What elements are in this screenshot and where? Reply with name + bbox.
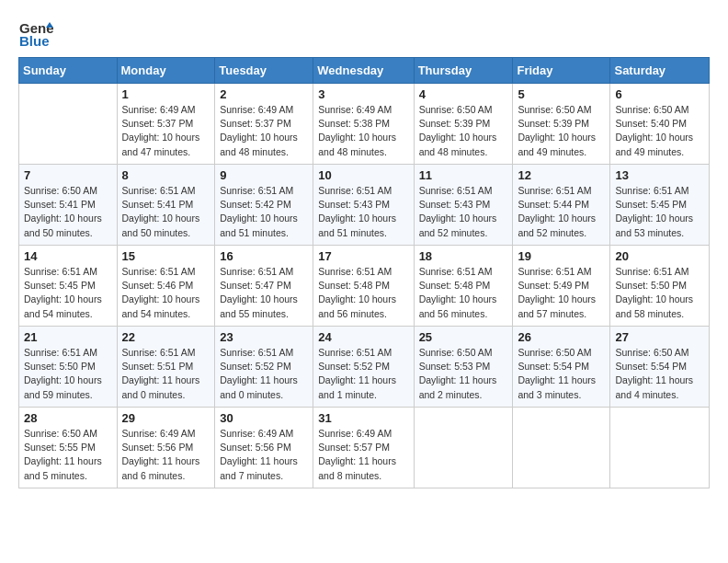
sunset-text: Sunset: 5:41 PM — [122, 199, 194, 210]
day-info: Sunrise: 6:51 AMSunset: 5:44 PMDaylight:… — [518, 184, 605, 240]
sunrise-text: Sunrise: 6:51 AM — [24, 266, 97, 277]
day-info: Sunrise: 6:50 AMSunset: 5:54 PMDaylight:… — [518, 346, 605, 402]
day-info: Sunrise: 6:51 AMSunset: 5:42 PMDaylight:… — [220, 184, 308, 240]
sunset-text: Sunset: 5:43 PM — [419, 199, 491, 210]
day-info: Sunrise: 6:49 AMSunset: 5:56 PMDaylight:… — [220, 427, 308, 483]
sunset-text: Sunset: 5:37 PM — [122, 118, 194, 129]
calendar-cell: 25Sunrise: 6:50 AMSunset: 5:53 PMDayligh… — [414, 327, 513, 408]
daylight-text: Daylight: 10 hours and 51 minutes. — [318, 213, 396, 237]
daylight-text: Daylight: 10 hours and 59 minutes. — [24, 374, 102, 399]
sunset-text: Sunset: 5:44 PM — [518, 199, 589, 210]
calendar-cell: 28Sunrise: 6:50 AMSunset: 5:55 PMDayligh… — [19, 408, 118, 488]
daylight-text: Daylight: 11 hours and 8 minutes. — [318, 455, 396, 480]
day-info: Sunrise: 6:49 AMSunset: 5:57 PMDaylight:… — [318, 427, 408, 483]
sunset-text: Sunset: 5:54 PM — [615, 361, 687, 372]
day-info: Sunrise: 6:50 AMSunset: 5:54 PMDaylight:… — [615, 346, 704, 402]
daylight-text: Daylight: 10 hours and 56 minutes. — [318, 293, 396, 318]
sunrise-text: Sunrise: 6:50 AM — [615, 347, 688, 358]
day-info: Sunrise: 6:51 AMSunset: 5:41 PMDaylight:… — [122, 184, 210, 240]
calendar-cell: 15Sunrise: 6:51 AMSunset: 5:46 PMDayligh… — [117, 246, 215, 327]
sunrise-text: Sunrise: 6:51 AM — [24, 347, 97, 358]
calendar-body: 1Sunrise: 6:49 AMSunset: 5:37 PMDaylight… — [19, 84, 710, 488]
day-number: 5 — [518, 87, 605, 101]
sunset-text: Sunset: 5:56 PM — [220, 442, 291, 453]
sunrise-text: Sunrise: 6:51 AM — [122, 266, 196, 277]
day-number: 24 — [318, 330, 408, 344]
calendar-cell: 9Sunrise: 6:51 AMSunset: 5:42 PMDaylight… — [215, 165, 313, 246]
day-info: Sunrise: 6:49 AMSunset: 5:37 PMDaylight:… — [122, 103, 210, 159]
day-info: Sunrise: 6:49 AMSunset: 5:56 PMDaylight:… — [122, 427, 210, 483]
day-info: Sunrise: 6:51 AMSunset: 5:45 PMDaylight:… — [24, 265, 112, 321]
daylight-text: Daylight: 10 hours and 48 minutes. — [318, 132, 396, 156]
logo-icon: General Blue — [18, 15, 53, 50]
day-info: Sunrise: 6:50 AMSunset: 5:41 PMDaylight:… — [24, 184, 112, 240]
day-number: 17 — [318, 249, 408, 263]
calendar-cell: 26Sunrise: 6:50 AMSunset: 5:54 PMDayligh… — [513, 327, 610, 408]
sunset-text: Sunset: 5:42 PM — [220, 199, 291, 210]
sunset-text: Sunset: 5:50 PM — [615, 280, 687, 291]
weekday-header-row: SundayMondayTuesdayWednesdayThursdayFrid… — [19, 58, 710, 84]
sunrise-text: Sunrise: 6:51 AM — [318, 347, 392, 358]
sunrise-text: Sunrise: 6:51 AM — [419, 266, 493, 277]
day-info: Sunrise: 6:50 AMSunset: 5:53 PMDaylight:… — [419, 346, 508, 402]
day-number: 25 — [419, 330, 508, 344]
sunrise-text: Sunrise: 6:50 AM — [518, 104, 591, 115]
daylight-text: Daylight: 10 hours and 50 minutes. — [122, 213, 200, 237]
calendar-cell: 12Sunrise: 6:51 AMSunset: 5:44 PMDayligh… — [513, 165, 610, 246]
day-info: Sunrise: 6:50 AMSunset: 5:39 PMDaylight:… — [419, 103, 508, 159]
daylight-text: Daylight: 10 hours and 50 minutes. — [24, 213, 102, 237]
day-info: Sunrise: 6:51 AMSunset: 5:52 PMDaylight:… — [220, 346, 308, 402]
daylight-text: Daylight: 11 hours and 6 minutes. — [122, 455, 200, 480]
day-number: 28 — [24, 411, 112, 425]
daylight-text: Daylight: 10 hours and 57 minutes. — [518, 293, 596, 318]
calendar-cell — [610, 408, 710, 488]
sunrise-text: Sunrise: 6:49 AM — [220, 104, 293, 115]
calendar-cell: 27Sunrise: 6:50 AMSunset: 5:54 PMDayligh… — [610, 327, 710, 408]
daylight-text: Daylight: 10 hours and 47 minutes. — [122, 132, 200, 156]
daylight-text: Daylight: 10 hours and 52 minutes. — [518, 213, 596, 237]
sunset-text: Sunset: 5:52 PM — [220, 361, 291, 372]
day-number: 18 — [419, 249, 508, 263]
sunset-text: Sunset: 5:38 PM — [318, 118, 390, 129]
daylight-text: Daylight: 11 hours and 0 minutes. — [122, 374, 200, 399]
daylight-text: Daylight: 10 hours and 52 minutes. — [419, 213, 497, 237]
daylight-text: Daylight: 11 hours and 2 minutes. — [419, 374, 497, 399]
sunrise-text: Sunrise: 6:51 AM — [220, 266, 293, 277]
calendar-cell: 19Sunrise: 6:51 AMSunset: 5:49 PMDayligh… — [513, 246, 610, 327]
daylight-text: Daylight: 11 hours and 5 minutes. — [24, 455, 102, 480]
calendar-cell: 8Sunrise: 6:51 AMSunset: 5:41 PMDaylight… — [117, 165, 215, 246]
sunrise-text: Sunrise: 6:51 AM — [122, 347, 196, 358]
calendar-cell: 20Sunrise: 6:51 AMSunset: 5:50 PMDayligh… — [610, 246, 710, 327]
day-info: Sunrise: 6:51 AMSunset: 5:48 PMDaylight:… — [318, 265, 408, 321]
calendar-cell: 2Sunrise: 6:49 AMSunset: 5:37 PMDaylight… — [215, 84, 313, 165]
day-number: 29 — [122, 411, 210, 425]
week-row-5: 28Sunrise: 6:50 AMSunset: 5:55 PMDayligh… — [19, 408, 710, 488]
sunrise-text: Sunrise: 6:51 AM — [318, 266, 392, 277]
calendar-cell: 16Sunrise: 6:51 AMSunset: 5:47 PMDayligh… — [215, 246, 313, 327]
calendar-cell: 10Sunrise: 6:51 AMSunset: 5:43 PMDayligh… — [313, 165, 414, 246]
day-info: Sunrise: 6:51 AMSunset: 5:50 PMDaylight:… — [24, 346, 112, 402]
day-number: 15 — [122, 249, 210, 263]
sunset-text: Sunset: 5:54 PM — [518, 361, 589, 372]
sunrise-text: Sunrise: 6:50 AM — [24, 185, 97, 196]
calendar-cell: 31Sunrise: 6:49 AMSunset: 5:57 PMDayligh… — [313, 408, 414, 488]
week-row-1: 1Sunrise: 6:49 AMSunset: 5:37 PMDaylight… — [19, 84, 710, 165]
day-info: Sunrise: 6:51 AMSunset: 5:45 PMDaylight:… — [615, 184, 704, 240]
calendar-cell — [414, 408, 513, 488]
sunset-text: Sunset: 5:41 PM — [24, 199, 96, 210]
sunset-text: Sunset: 5:56 PM — [122, 442, 194, 453]
daylight-text: Daylight: 10 hours and 51 minutes. — [220, 213, 298, 237]
sunset-text: Sunset: 5:53 PM — [419, 361, 491, 372]
calendar-cell: 22Sunrise: 6:51 AMSunset: 5:51 PMDayligh… — [117, 327, 215, 408]
sunrise-text: Sunrise: 6:49 AM — [318, 428, 392, 439]
weekday-monday: Monday — [117, 58, 215, 84]
day-number: 6 — [615, 87, 704, 101]
sunrise-text: Sunrise: 6:51 AM — [220, 185, 293, 196]
day-number: 10 — [318, 168, 408, 182]
week-row-4: 21Sunrise: 6:51 AMSunset: 5:50 PMDayligh… — [19, 327, 710, 408]
day-number: 8 — [122, 168, 210, 182]
sunrise-text: Sunrise: 6:49 AM — [122, 428, 196, 439]
sunset-text: Sunset: 5:46 PM — [122, 280, 194, 291]
day-info: Sunrise: 6:51 AMSunset: 5:48 PMDaylight:… — [419, 265, 508, 321]
day-info: Sunrise: 6:51 AMSunset: 5:50 PMDaylight:… — [615, 265, 704, 321]
